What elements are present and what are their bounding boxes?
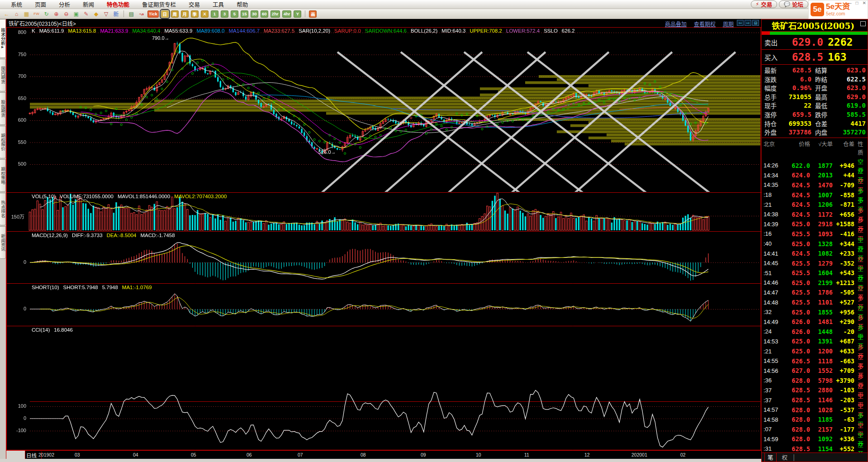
menu-item-特色功能[interactable]: 特色功能 [100, 0, 136, 10]
menu-item-工具[interactable]: 工具 [206, 0, 230, 10]
stat-label: 最低 [811, 101, 832, 110]
back-icon[interactable]: ← [3, 10, 10, 18]
period-button-X[interactable]: X [201, 10, 209, 18]
menu-item-鲁证期货专栏[interactable]: 鲁证期货专栏 [136, 0, 182, 10]
calculator-icon[interactable]: ▦ [23, 10, 30, 18]
menu-item-新闻[interactable]: 新闻 [76, 0, 100, 10]
maximize-icon[interactable]: □ [856, 0, 859, 5]
period-button-4hr[interactable]: 4hr [282, 10, 292, 18]
brush-icon[interactable]: ◆ [92, 10, 100, 18]
menu-item-页面[interactable]: 页面 [28, 0, 52, 10]
tick-oi-delta: -505 [833, 289, 854, 296]
trade-button[interactable]: ⚡交易 [751, 0, 778, 8]
tick-time: 14:47 [764, 289, 783, 296]
ask-price: 629.0 [785, 36, 823, 48]
stat-label: 跌停 [811, 110, 832, 119]
chart-link-商品叠加[interactable]: 商品叠加 [665, 20, 687, 28]
minimize-icon[interactable]: ‒ [849, 0, 852, 5]
quote-table-icon[interactable]: ▤ [128, 10, 135, 18]
tick-volume: 2013 [810, 171, 833, 179]
sidebar-tab-期权策略[interactable]: 期权策略 [0, 159, 6, 192]
period-button-季[interactable]: 季 [191, 10, 199, 18]
forum-button[interactable]: 💬论坛 [779, 0, 808, 8]
tick-time: :51 [764, 270, 783, 276]
next-contract-icon[interactable]: ⇨ [745, 20, 751, 26]
chart-link-查看期权[interactable]: 查看期权 [694, 20, 716, 28]
split-view-icon[interactable]: ⊟ [752, 20, 759, 26]
menu-item-交易[interactable]: 交易 [182, 0, 206, 10]
tick-volume: 1328 [810, 240, 833, 248]
period-button-1[interactable]: 1 [211, 10, 218, 18]
tick-price: 628.0 [783, 435, 810, 443]
tick-time: 14:34 [764, 172, 783, 179]
ask-row[interactable]: 卖出 629.0 2262 [762, 35, 868, 50]
sidebar-tab-新闻资讯[interactable]: 新闻资讯 [0, 226, 6, 259]
period-button-60[interactable]: 60 [261, 10, 268, 18]
period-button-周[interactable]: 周 [171, 10, 179, 18]
month-label-07: 07 [298, 452, 303, 457]
menu-item-系统[interactable]: 系统 [5, 0, 28, 10]
close-icon[interactable]: ✕ [863, 0, 866, 5]
zoom-in-icon[interactable]: ⊕ [52, 10, 60, 18]
filter-icon[interactable]: ▽ [102, 10, 110, 18]
month-label-02: 02 [680, 452, 686, 457]
period-button-Y[interactable]: Y [294, 10, 301, 18]
period-button-3[interactable]: 3 [221, 10, 228, 18]
tick-time: :37 [764, 397, 783, 404]
panel-tab-权[interactable]: 权 [779, 453, 791, 462]
month-label-12: 12 [584, 452, 590, 457]
menu-item-分析[interactable]: 分析 [52, 0, 76, 10]
period-button-月[interactable]: 月 [181, 10, 189, 18]
month-label-04: 04 [133, 452, 138, 457]
bid-row[interactable]: 买入 628.5 163 [762, 50, 868, 65]
tick-time: 14:39 [764, 221, 783, 228]
tick-oi-delta: -177 [833, 426, 854, 433]
tick-oi-delta: +44 [833, 171, 854, 179]
period-button-日[interactable]: 日 [161, 10, 169, 18]
period-button-2hr[interactable]: 2hr [270, 10, 280, 18]
tick-volume: 1172 [810, 211, 833, 218]
edit-icon[interactable]: ✎ [82, 10, 90, 18]
stat-value: 619.0 [832, 102, 866, 109]
trend-chart-icon[interactable]: ↝ [138, 10, 145, 18]
fund-icon[interactable]: FW [33, 10, 40, 18]
period-button-15[interactable]: 15 [241, 10, 248, 18]
tick-time: 14:35 [764, 181, 783, 188]
stat-value: 699353 [783, 120, 811, 127]
tick-price: 628.5 [783, 386, 810, 394]
zoom-out-icon[interactable]: ⊖ [62, 10, 70, 18]
maximize-icon[interactable] [860, 21, 866, 26]
tick-oi-delta: -20 [833, 328, 854, 335]
tick-price: 628.5 [783, 396, 810, 404]
new-icon[interactable]: 新 [112, 10, 120, 18]
quote-panel: 铁矿石2005(i2005) 卖出 629.0 2262 买入 628.5 16… [761, 19, 868, 462]
toolbar-separator [123, 10, 124, 17]
sidebar-tab-股指期货[interactable]: 股指期货 [0, 92, 6, 125]
price-chart-canvas[interactable] [6, 27, 762, 450]
menu-item-帮助[interactable]: 帮助 [230, 0, 254, 10]
draw-tool-button[interactable]: 画 [309, 10, 317, 18]
sidebar-tab-国内期货[interactable]: 国内期货 [0, 59, 6, 91]
tick-volume: 1028 [810, 406, 833, 414]
refresh-icon[interactable]: ↻ [43, 10, 50, 18]
stat-value: 373786 [783, 129, 811, 136]
layout-icon[interactable]: ▣ [72, 10, 80, 18]
sidebar-tab-期权报价[interactable]: 期权报价 [0, 126, 6, 158]
panel-tab-笔[interactable]: 笔 [764, 453, 777, 462]
sidebar-tab-技术分析[interactable]: 技术分析▶ [0, 19, 6, 58]
sidebar-tab-热点排名[interactable]: 热点排名 [0, 193, 6, 225]
period-button-30[interactable]: 30 [251, 10, 258, 18]
home-icon[interactable]: ⌂ [13, 10, 20, 18]
tick-col-2: √大单 [810, 139, 833, 157]
tick-price: 625.0 [783, 240, 810, 248]
period-button-Tick[interactable]: Tick [147, 10, 159, 18]
tick-oi-delta: +687 [833, 338, 854, 345]
period-button-5[interactable]: 5 [231, 10, 238, 18]
tick-row[interactable]: 14:26622.01877+946空开 [764, 157, 866, 167]
tick-volume: 1855 [810, 309, 833, 316]
tick-price: 625.5 [783, 260, 810, 267]
lightning-icon: ⚡ [756, 1, 759, 7]
month-label-08: 08 [360, 452, 366, 457]
prev-contract-icon[interactable]: ⇦ [737, 20, 744, 26]
chart-link-周期[interactable]: 周期 [723, 20, 734, 28]
